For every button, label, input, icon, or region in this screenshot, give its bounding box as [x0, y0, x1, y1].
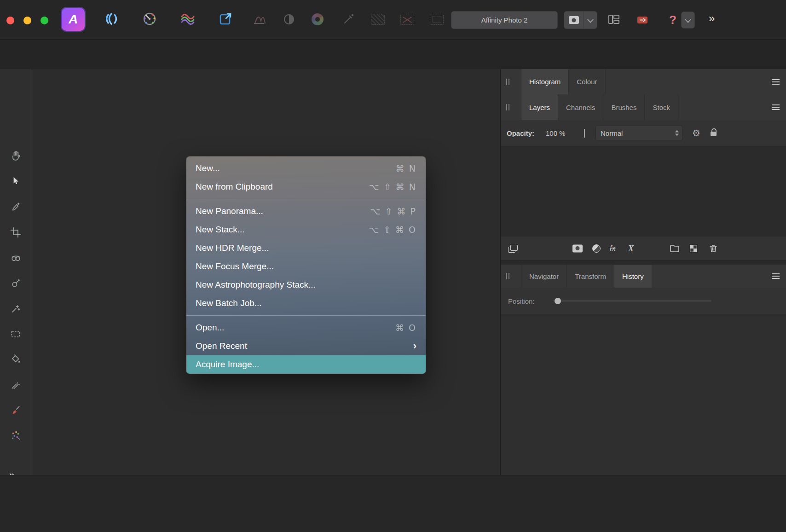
- opacity-value[interactable]: 100 %: [546, 129, 566, 137]
- new-group-button[interactable]: [669, 243, 680, 254]
- menu-item-shortcut: ⌘ N: [396, 163, 416, 173]
- mask-split-button: [564, 11, 597, 29]
- close-window-button[interactable]: [6, 17, 14, 24]
- colour-wheel-glyph: [312, 13, 324, 25]
- menu-item-new-focus-merge[interactable]: New Focus Merge...: [186, 257, 426, 276]
- rectangular-marquee-tool[interactable]: [7, 325, 24, 343]
- blend-ranges-button[interactable]: X: [628, 243, 634, 253]
- layers-list-empty[interactable]: [501, 146, 786, 237]
- studio-layout-icon[interactable]: [607, 12, 621, 27]
- tab-history[interactable]: History: [614, 265, 652, 288]
- history-position-slider[interactable]: [553, 298, 711, 304]
- slider-thumb[interactable]: [555, 298, 561, 304]
- toolbar-overflow-button[interactable]: »: [709, 13, 715, 24]
- lock-icon[interactable]: [711, 132, 717, 136]
- live-filter-button[interactable]: fx: [610, 244, 615, 253]
- menu-item-shortcut: ⌥ ⇧ ⌘ N: [369, 182, 416, 192]
- develop-persona-icon[interactable]: [141, 11, 158, 27]
- menu-separator: [186, 199, 426, 199]
- menu-item-open[interactable]: Open... ⌘ O: [186, 318, 426, 337]
- menu-separator: [186, 315, 426, 316]
- auto-colour-icon[interactable]: [312, 13, 324, 25]
- tab-channels[interactable]: Channels: [558, 94, 603, 120]
- app-title-button[interactable]: Affinity Photo 2: [451, 11, 558, 29]
- selection-brush-tool[interactable]: [7, 249, 24, 266]
- stepper-arrows-icon[interactable]: [675, 130, 679, 136]
- pixel-particle-tool[interactable]: [7, 427, 24, 444]
- tab-navigator[interactable]: Navigator: [521, 265, 567, 288]
- tab-stock[interactable]: Stock: [645, 94, 678, 120]
- panel-menu-icon[interactable]: [772, 104, 780, 110]
- selection-marquee-icon[interactable]: [430, 14, 444, 25]
- menu-item-label: New Batch Job...: [196, 298, 262, 308]
- menu-item-label: New Stack...: [196, 225, 245, 235]
- new-layer-button[interactable]: [688, 243, 699, 254]
- panel-drag-handle[interactable]: [506, 79, 513, 85]
- export-persona-icon[interactable]: [217, 11, 234, 27]
- chevron-down-icon: [587, 16, 594, 23]
- help-button[interactable]: ?: [665, 12, 681, 29]
- liquify-persona-icon[interactable]: [103, 11, 120, 27]
- auto-levels-icon[interactable]: [252, 12, 266, 27]
- red-badge-icon[interactable]: [635, 12, 650, 27]
- tab-label: Transform: [575, 272, 606, 280]
- panel-gap: [501, 260, 786, 265]
- opacity-dropdown-button[interactable]: [584, 129, 585, 137]
- move-tool[interactable]: [7, 173, 24, 190]
- deselect-icon[interactable]: [400, 14, 414, 25]
- menu-item-new-from-clipboard[interactable]: New from Clipboard ⌥ ⇧ ⌘ N: [186, 178, 426, 196]
- menu-item-label: New HDR Merge...: [196, 243, 269, 253]
- auto-contrast-icon[interactable]: [282, 12, 296, 27]
- fx-icon: fx: [610, 244, 615, 253]
- photo-persona-icon[interactable]: A: [62, 8, 85, 31]
- panel-drag-handle[interactable]: [506, 104, 513, 110]
- colour-picker-tool[interactable]: [7, 198, 24, 216]
- tone-mapping-persona-icon[interactable]: [179, 11, 196, 27]
- menu-item-open-recent[interactable]: Open Recent ›: [186, 337, 426, 355]
- menu-item-new-astrophotography-stack[interactable]: New Astrophotography Stack...: [186, 276, 426, 294]
- layer-settings-gear-icon[interactable]: ⚙: [692, 127, 700, 139]
- studio-panels: Histogram Colour Layers Channels Brushes…: [500, 69, 786, 475]
- tab-label: Stock: [653, 104, 670, 111]
- blend-mode-select[interactable]: Normal: [595, 126, 683, 140]
- mask-button[interactable]: [564, 12, 584, 29]
- menu-item-new-batch-job[interactable]: New Batch Job...: [186, 294, 426, 312]
- flood-fill-tool[interactable]: [7, 351, 24, 368]
- help-dropdown-button[interactable]: [681, 12, 695, 29]
- tools-sidebar: »: [0, 69, 32, 475]
- tab-transform[interactable]: Transform: [567, 265, 614, 288]
- add-adjustment-button[interactable]: [592, 244, 601, 253]
- duplicate-layers-icon[interactable]: [508, 245, 517, 252]
- crop-tool[interactable]: [7, 224, 24, 241]
- menu-item-new-panorama[interactable]: New Panorama... ⌥ ⇧ ⌘ P: [186, 202, 426, 220]
- panel-menu-icon[interactable]: [772, 79, 780, 85]
- menu-item-new-stack[interactable]: New Stack... ⌥ ⇧ ⌘ O: [186, 220, 426, 239]
- menu-item-new-hdr-merge[interactable]: New HDR Merge...: [186, 239, 426, 257]
- delete-layer-button[interactable]: [708, 243, 719, 254]
- mask-dropdown-button[interactable]: [584, 12, 597, 29]
- menu-item-acquire-image[interactable]: Acquire Image...: [186, 355, 426, 374]
- overflow-chevrons-icon: »: [709, 13, 715, 24]
- paint-brush-tool[interactable]: [7, 401, 24, 419]
- add-mask-button[interactable]: [572, 244, 583, 252]
- submenu-arrow-icon: ›: [413, 341, 416, 351]
- selection-hatch-icon[interactable]: [371, 14, 385, 25]
- tab-colour[interactable]: Colour: [569, 69, 605, 94]
- menu-item-label: Open...: [196, 323, 224, 333]
- menu-item-new[interactable]: New... ⌘ N: [186, 159, 426, 178]
- zoom-window-button[interactable]: [40, 17, 48, 24]
- mixer-brush-tool[interactable]: [7, 376, 24, 393]
- tab-histogram[interactable]: Histogram: [521, 69, 569, 94]
- blend-ranges-icon: X: [628, 243, 634, 253]
- slider-track[interactable]: [553, 301, 711, 301]
- panel-menu-icon[interactable]: [772, 273, 780, 279]
- tab-label: Channels: [566, 104, 595, 111]
- view-hand-tool[interactable]: [7, 147, 24, 165]
- flood-select-tool[interactable]: [7, 300, 24, 318]
- panel-drag-handle[interactable]: [506, 273, 513, 279]
- minimize-window-button[interactable]: [23, 17, 31, 24]
- tab-brushes[interactable]: Brushes: [603, 94, 645, 120]
- tab-layers[interactable]: Layers: [521, 94, 558, 120]
- blemish-removal-tool[interactable]: [7, 275, 24, 292]
- auto-white-balance-icon[interactable]: [341, 12, 356, 27]
